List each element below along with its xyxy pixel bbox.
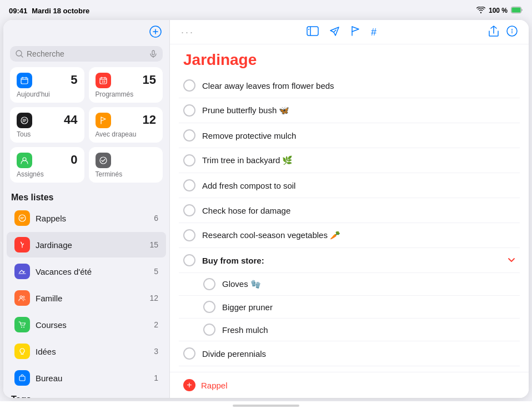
all-icon: [17, 113, 32, 128]
task-text: Remove protective mulch: [202, 131, 515, 140]
svg-rect-1: [512, 7, 521, 12]
subtask-item[interactable]: Fresh mulch: [179, 319, 520, 341]
task-checkbox[interactable]: [183, 154, 195, 166]
task-text: Prune butterfly bush 🦋: [202, 105, 515, 115]
smart-list-flagged[interactable]: 12 Avec drapeau: [89, 107, 163, 143]
task-checkbox[interactable]: [183, 347, 195, 360]
time: 09:41: [9, 7, 27, 15]
task-checkbox[interactable]: [203, 301, 215, 313]
home-bar: [233, 405, 299, 407]
more-button[interactable]: [506, 26, 518, 39]
svg-rect-33: [307, 27, 318, 36]
smart-list-today[interactable]: 5 Aujourd'hui: [10, 67, 84, 103]
task-item[interactable]: Remove protective mulch: [179, 123, 520, 148]
task-item[interactable]: Clean bird feeders 🪣: [179, 366, 520, 372]
share-button[interactable]: [489, 26, 499, 39]
list-item-bureau[interactable]: Bureau 1: [7, 365, 166, 391]
list-item-famille[interactable]: Famille 12: [7, 285, 166, 311]
task-item[interactable]: Clear away leaves from flower beds: [179, 73, 520, 98]
svg-point-35: [308, 29, 309, 30]
svg-point-29: [21, 327, 22, 328]
list-item-rappels[interactable]: Rappels 6: [7, 205, 166, 231]
svg-point-40: [511, 31, 513, 32]
subtask-item[interactable]: Bigger pruner: [179, 296, 520, 319]
smart-list-all[interactable]: 44 Tous: [10, 107, 84, 143]
details-button[interactable]: [307, 26, 319, 39]
task-item[interactable]: Prune butterfly bush 🦋: [179, 98, 520, 123]
task-item[interactable]: Research cool-season vegetables 🥕: [179, 223, 520, 248]
scheduled-label: Programmés: [96, 90, 157, 98]
task-checkbox[interactable]: [183, 129, 195, 142]
flagged-count: 12: [143, 113, 156, 127]
assigned-count: 0: [71, 153, 77, 167]
chevron-down-icon[interactable]: [508, 256, 515, 265]
svg-line-36: [334, 30, 336, 32]
list-item-idees[interactable]: Idées 3: [7, 339, 166, 364]
tags-section-header[interactable]: Tags: [3, 391, 169, 398]
status-right: 100 %: [476, 7, 523, 15]
svg-point-28: [23, 296, 24, 298]
task-text: Bigger pruner: [222, 302, 515, 312]
jardinage-name: Jardinage: [36, 240, 144, 250]
task-checkbox[interactable]: [203, 278, 215, 290]
task-checkbox[interactable]: [183, 179, 195, 191]
add-reminder-icon: +: [183, 379, 195, 391]
svg-rect-7: [152, 51, 154, 55]
home-indicator: [0, 401, 532, 409]
list-item-vacances[interactable]: Vacances d'été 5: [7, 259, 166, 284]
sidebar-header: [3, 20, 169, 44]
date: Mardi 18 octobre: [32, 7, 89, 15]
task-checkbox[interactable]: [203, 324, 215, 336]
rappels-count: 6: [154, 214, 158, 223]
scheduled-icon: 15: [96, 73, 111, 88]
tasks-list: Clear away leaves from flower beds Prune…: [170, 73, 529, 372]
today-count: 5: [71, 73, 77, 87]
svg-point-30: [23, 327, 24, 328]
task-text: Divide perennials: [202, 349, 515, 358]
task-text: Trim tree in backyard 🌿: [202, 155, 515, 165]
search-input[interactable]: [27, 49, 146, 58]
toolbar-dots: ···: [181, 27, 194, 38]
add-reminder-bar[interactable]: + Rappel: [170, 372, 529, 398]
task-checkbox[interactable]: [183, 104, 195, 117]
task-text: Clear away leaves from flower beds: [202, 81, 515, 90]
svg-point-24: [19, 215, 26, 221]
send-button[interactable]: [330, 26, 340, 39]
task-text: Research cool-season vegetables 🥕: [202, 230, 515, 240]
toolbar-center: #: [307, 26, 377, 39]
smart-list-scheduled[interactable]: 15 15 Programmés: [89, 67, 163, 103]
task-checkbox[interactable]: [183, 229, 195, 241]
svg-point-27: [20, 296, 22, 298]
task-checkbox[interactable]: [183, 254, 195, 266]
task-item[interactable]: Add fresh compost to soil: [179, 173, 520, 198]
list-item-jardinage[interactable]: Jardinage 15: [7, 232, 166, 257]
done-label: Terminés: [96, 170, 157, 178]
svg-rect-9: [21, 78, 28, 84]
courses-icon: [14, 317, 30, 332]
bureau-count: 1: [154, 373, 158, 382]
task-item[interactable]: Divide perennials: [179, 341, 520, 366]
task-item[interactable]: Trim tree in backyard 🌿: [179, 148, 520, 173]
task-text: Fresh mulch: [222, 325, 515, 335]
famille-icon: [14, 290, 30, 306]
svg-point-5: [16, 51, 22, 56]
search-bar[interactable]: [10, 46, 163, 62]
hashtag-button[interactable]: #: [371, 27, 377, 38]
microphone-icon[interactable]: [149, 50, 157, 58]
task-checkbox[interactable]: [183, 204, 195, 216]
tags-label: Tags: [11, 395, 31, 398]
task-item[interactable]: Check hose for damage: [179, 198, 520, 223]
flag-button[interactable]: [351, 26, 360, 39]
task-group-item[interactable]: Buy from store:: [179, 248, 520, 273]
famille-count: 12: [149, 294, 158, 302]
bureau-name: Bureau: [36, 373, 148, 383]
subtask-item[interactable]: Gloves 🧤: [179, 273, 520, 296]
smart-list-assigned[interactable]: 0 Assignés: [10, 147, 84, 183]
rappels-name: Rappels: [36, 214, 148, 223]
list-item-courses[interactable]: Courses 2: [7, 312, 166, 337]
status-bar: 09:41 Mardi 18 octobre 100 %: [0, 0, 532, 20]
task-checkbox[interactable]: [183, 79, 195, 92]
smart-lists-grid: 5 Aujourd'hui 15 15 Programmés: [3, 67, 169, 187]
sidebar-more-button[interactable]: [149, 26, 162, 41]
smart-list-done[interactable]: Terminés: [89, 147, 163, 183]
